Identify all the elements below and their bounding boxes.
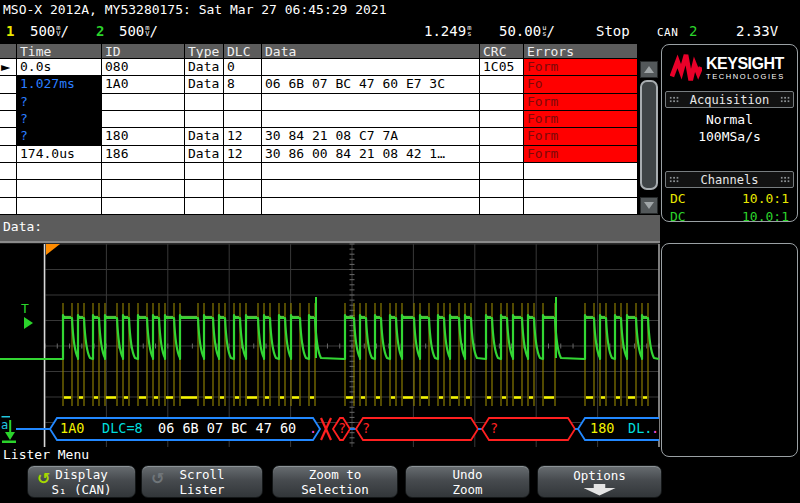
channel1-scale[interactable]: 500mV/	[30, 23, 69, 39]
scrollbar-thumb[interactable]	[640, 80, 658, 190]
sample-rate: 100MSa/s	[662, 128, 797, 145]
acquisition-title: Acquisition	[690, 93, 769, 107]
acquisition-panel-header[interactable]: Acquisition	[665, 91, 794, 108]
cell-errors: Form	[524, 59, 638, 75]
row-cursor-cell	[0, 163, 17, 179]
lister-row-4[interactable]: ?180Data1230 84 21 08 C7 7AForm	[0, 128, 638, 145]
data-label: Data:	[3, 219, 42, 234]
row-cursor-cell	[0, 94, 17, 110]
lister-row-0[interactable]: ►0.0s080Data01C05Form	[0, 59, 638, 76]
cell-time: ?	[17, 128, 102, 144]
cell-errors: Form	[524, 128, 638, 144]
data-label-bar: Data:	[0, 215, 660, 241]
cell-crc: 1C05	[480, 59, 524, 75]
trigger-protocol[interactable]: CAN	[657, 26, 678, 39]
cell-crc	[480, 146, 524, 162]
softkey-undo[interactable]: UndoZoom	[405, 465, 530, 498]
oscilloscope-screen: MSO-X 2012A, MY53280175: Sat Mar 27 06:4…	[0, 0, 800, 503]
logo-sub: TECHNOLOGIES	[706, 72, 785, 81]
scrollbar-down-button[interactable]	[640, 197, 658, 214]
status-bar: 1 500mV/ 2 500mV/ 1.249ms 50.00us/ Stop …	[0, 21, 800, 43]
softkey-label-line1: Display	[55, 467, 108, 482]
svg-text:DL.: DL.	[628, 420, 652, 436]
scrollbar-up-button[interactable]	[640, 61, 658, 78]
softkey-scroll[interactable]: ScrollLister↺	[141, 465, 263, 498]
channel2-scale[interactable]: 500mV/	[119, 23, 158, 39]
cell-dlc	[224, 198, 262, 214]
channels-title: Channels	[701, 173, 759, 187]
cell-id: 180	[102, 128, 185, 144]
grip-dots-icon	[669, 96, 679, 103]
cell-data	[262, 163, 480, 179]
cell-crc	[480, 128, 524, 144]
softkey-label-line2: Lister	[179, 482, 224, 497]
cell-dlc: 12	[224, 128, 262, 144]
cell-id: 186	[102, 146, 185, 162]
cell-crc	[480, 163, 524, 179]
sidebar-info-panel: KEYSIGHT TECHNOLOGIES Acquisition Normal…	[661, 44, 798, 222]
lister-table: TimeIDTypeDLCDataCRCErrors►0.0s080Data01…	[0, 44, 638, 215]
trigger-source[interactable]: 2	[689, 23, 697, 39]
column-header-type: Type	[185, 44, 224, 58]
cell-type	[185, 163, 224, 179]
timebase[interactable]: 50.00us/	[499, 23, 555, 39]
cell-crc	[480, 76, 524, 92]
up-arrow-icon	[644, 66, 654, 73]
cell-type	[185, 94, 224, 110]
svg-text:1A0: 1A0	[60, 420, 84, 436]
svg-text:.: .	[651, 420, 659, 436]
cell-errors	[524, 198, 638, 214]
svg-text:DLC=8: DLC=8	[102, 420, 143, 436]
keysight-spark-icon	[670, 52, 702, 84]
column-header-errors: Errors	[524, 44, 638, 58]
softkey-label-line2: S₁ (CAN)	[51, 482, 111, 497]
svg-text:a: a	[1, 418, 8, 432]
lister-row-2[interactable]: ?Form	[0, 94, 638, 111]
lister-row-5[interactable]: 174.0us186Data1230 86 00 84 21 08 42 1…F…	[0, 146, 638, 163]
softkey-options[interactable]: Options	[537, 465, 662, 498]
lister-row-7[interactable]	[0, 180, 638, 197]
channel1-info-row: DC 10.0:1	[662, 190, 797, 208]
softkey-label-line2: Selection	[301, 482, 369, 497]
cell-id	[102, 163, 185, 179]
channel2-info-row: DC 10.0:1	[662, 208, 797, 226]
svg-text:?: ?	[490, 420, 498, 436]
run-state[interactable]: Stop	[596, 23, 630, 39]
row-cursor-cell	[0, 198, 17, 214]
lister-row-1[interactable]: 1.027ms1A0Data806 6B 07 BC 47 60 E7 3CFo	[0, 76, 638, 93]
row-cursor-cell	[0, 180, 17, 196]
cell-type: Data	[185, 76, 224, 92]
grip-dots-icon	[780, 176, 790, 183]
serial-bus-marker: a	[1, 416, 16, 443]
cell-dlc	[224, 94, 262, 110]
cell-errors: Form	[524, 111, 638, 127]
softkey-menu-bar: DisplayS₁ (CAN)↺ScrollLister↺Zoom toSele…	[0, 463, 800, 503]
keysight-logo: KEYSIGHT TECHNOLOGIES	[662, 45, 797, 89]
channels-panel-header[interactable]: Channels	[665, 171, 794, 188]
grip-dots-icon	[780, 96, 790, 103]
softkey-zoom-to[interactable]: Zoom toSelection	[272, 465, 398, 498]
cell-id	[102, 94, 185, 110]
lister-row-3[interactable]: ?Form	[0, 111, 638, 128]
cell-id	[102, 180, 185, 196]
time-reference[interactable]: 1.249ms	[424, 23, 471, 39]
channel2-probe: 10.0:1	[742, 208, 789, 226]
cell-time	[17, 198, 102, 214]
lister-row-8[interactable]	[0, 198, 638, 215]
timeref-unit: ms	[467, 26, 471, 37]
can-decode-bus: 1A0DLC=806 6B 07 BC 47 60.???180DL..	[16, 418, 659, 440]
trigger-level-marker: T	[21, 301, 33, 329]
lister-row-6[interactable]	[0, 163, 638, 180]
cell-dlc: 0	[224, 59, 262, 75]
waveform-top-border	[0, 241, 660, 243]
channel1-number[interactable]: 1	[6, 23, 14, 39]
channel2-number[interactable]: 2	[96, 23, 104, 39]
cell-crc	[480, 111, 524, 127]
trigger-level[interactable]: 2.33V	[736, 23, 778, 39]
softkey-display[interactable]: DisplayS₁ (CAN)↺	[27, 465, 136, 498]
cell-time: ?	[17, 94, 102, 110]
column-header-data: Data	[262, 44, 480, 58]
acquisition-mode: Normal	[662, 111, 797, 128]
cell-time: 0.0s	[17, 59, 102, 75]
column-header-time: Time	[17, 44, 102, 58]
